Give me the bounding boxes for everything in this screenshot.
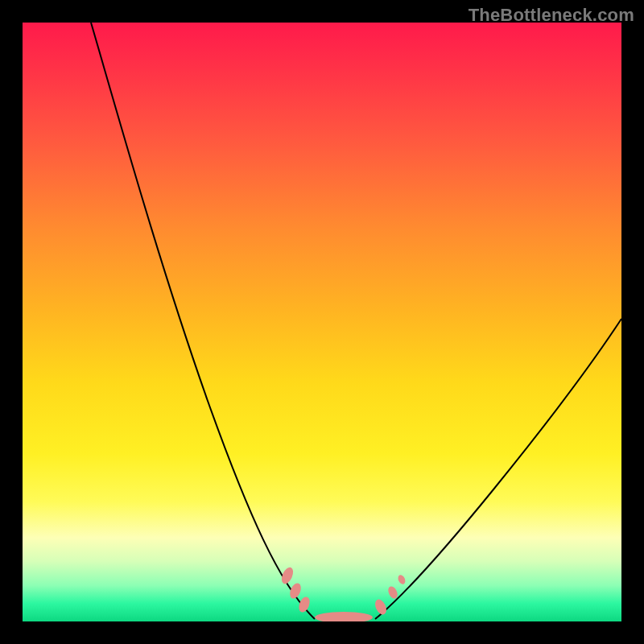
watermark-text: TheBottleneck.com bbox=[469, 5, 634, 26]
curve-left bbox=[91, 23, 315, 619]
curve-right bbox=[375, 319, 621, 619]
data-marker bbox=[373, 597, 389, 616]
chart-overlay bbox=[23, 23, 621, 621]
data-marker bbox=[287, 581, 303, 600]
chart-frame: TheBottleneck.com bbox=[0, 0, 644, 644]
marker-group bbox=[279, 566, 407, 621]
data-marker bbox=[315, 612, 373, 621]
data-marker bbox=[297, 595, 312, 613]
data-marker bbox=[397, 574, 407, 585]
